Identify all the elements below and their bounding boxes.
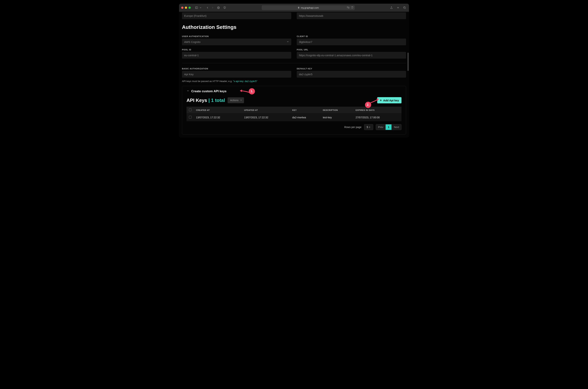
client-id-field[interactable] (297, 38, 406, 45)
next-page-button[interactable]: Next (392, 124, 401, 130)
table-header-row: CREATED AT UPDATED AT KEY DESCRIPTION EX… (186, 107, 402, 114)
actions-dropdown[interactable]: Actions (228, 97, 244, 103)
col-description: DESCRIPTION (321, 107, 353, 114)
basic-auth-label: BASIC AUTHORIZATION (182, 67, 291, 70)
share-icon[interactable] (389, 5, 394, 10)
svg-rect-7 (348, 7, 349, 8)
lock-icon (298, 6, 300, 9)
section-title: Authorization Settings (182, 24, 406, 30)
chevron-down-icon (186, 89, 189, 93)
cell-key: da2-mw4wa (290, 114, 321, 122)
prev-page-button[interactable]: Prev (376, 124, 386, 130)
scrollbar[interactable] (408, 53, 409, 71)
maximize-window-button[interactable] (188, 7, 191, 9)
pool-id-label: POOL ID (182, 49, 291, 51)
col-created: CREATED AT (194, 107, 242, 114)
cell-updated: 13/07/2023, 17:22:32 (242, 114, 290, 122)
forward-button[interactable] (210, 5, 215, 10)
url-text: my.graphapi.com (301, 6, 319, 9)
rows-per-page-label: Rows per page (344, 126, 361, 129)
cell-description: test-key (321, 114, 353, 122)
page-number-button[interactable]: 1 (386, 124, 392, 130)
traffic-lights (181, 7, 191, 9)
plus-icon: + (380, 99, 382, 102)
help-text: API keys must be passed as HTTP Header, … (182, 80, 291, 83)
pool-id-field[interactable] (182, 52, 291, 59)
panel-title: Create custom API keys (191, 90, 227, 93)
col-expires: EXPIRES IN DAYS (353, 107, 402, 114)
browser-window: my.graphapi.com (179, 4, 409, 137)
user-auth-select[interactable] (182, 38, 291, 45)
sidebar-toggle-icon[interactable] (194, 5, 199, 10)
col-updated: UPDATED AT (242, 107, 290, 114)
pool-url-field[interactable] (297, 52, 406, 59)
chevron-down-icon (240, 99, 242, 102)
endpoint-field[interactable] (297, 12, 406, 19)
translate-icon[interactable] (347, 6, 350, 9)
col-key: KEY (290, 107, 321, 114)
close-window-button[interactable] (181, 7, 183, 9)
new-tab-icon[interactable] (396, 5, 400, 10)
basic-auth-field[interactable] (182, 71, 291, 78)
reload-icon[interactable] (351, 6, 353, 9)
keys-title: API Keys | 1 total (186, 97, 225, 103)
titlebar: my.graphapi.com (179, 4, 409, 12)
back-button[interactable] (205, 5, 210, 10)
page-content: Authorization Settings USER AUTHENTICATI… (179, 12, 409, 137)
address-bar[interactable]: my.graphapi.com (262, 5, 355, 10)
divider (182, 63, 406, 63)
api-keys-panel: Create custom API keys 1. API Keys | 1 t… (182, 86, 406, 135)
select-all-checkbox[interactable] (189, 108, 192, 111)
svg-rect-0 (195, 7, 198, 9)
sort-caret-icon: ▲▼ (369, 126, 370, 129)
shield-icon[interactable] (222, 5, 227, 10)
add-api-key-button[interactable]: + Add Api key (377, 97, 402, 103)
dropdown-chevron-icon[interactable] (200, 5, 202, 10)
default-key-field[interactable] (297, 71, 406, 78)
api-keys-table: CREATED AT UPDATED AT KEY DESCRIPTION EX… (186, 107, 402, 121)
user-auth-label: USER AUTHENTICATION (182, 35, 291, 37)
help-prefix: API keys must be passed as HTTP Header, … (182, 80, 233, 83)
tabs-overview-icon[interactable] (402, 5, 407, 10)
panel-toggle[interactable]: Create custom API keys (186, 89, 402, 93)
client-id-label: CLIENT ID (297, 35, 406, 37)
cell-expires: 27/07/2023, 17:00:00 (353, 114, 402, 122)
rows-per-page-select[interactable]: 5 ▲▼ (364, 124, 373, 130)
globe-icon[interactable] (216, 5, 221, 10)
default-key-label: DEFAULT KEY (297, 67, 406, 70)
pagination: Rows per page 5 ▲▼ Prev 1 Next (186, 124, 402, 130)
cell-created: 13/07/2023, 17:22:32 (194, 114, 242, 122)
svg-rect-10 (404, 7, 406, 9)
svg-rect-6 (347, 7, 348, 8)
help-code: "x-api-key: da2-zypkr5" (233, 80, 257, 83)
minimize-window-button[interactable] (185, 7, 187, 9)
region-field[interactable] (182, 12, 291, 19)
table-row[interactable]: 13/07/2023, 17:22:32 13/07/2023, 17:22:3… (186, 114, 402, 122)
pool-url-label: POOL URL (297, 49, 406, 51)
row-checkbox[interactable] (189, 116, 192, 119)
